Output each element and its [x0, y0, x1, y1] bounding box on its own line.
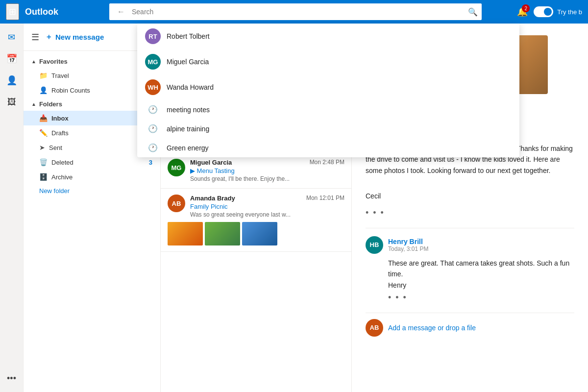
reply-section: HB Henry Brill Today, 3:01 PM These are …	[366, 228, 574, 305]
search-input[interactable]	[132, 8, 465, 16]
try-beta-label: Try the b	[557, 8, 582, 16]
plus-icon: ＋	[45, 32, 52, 42]
deleted-label: Deleted	[51, 159, 74, 166]
new-folder-button[interactable]: New folder	[24, 184, 77, 197]
reply-body-text: These are great. That camera takes great…	[388, 258, 574, 280]
email-meta-amanda: Amanda Brady Family Picnic Was so great …	[190, 195, 297, 218]
drafts-label: Drafts	[51, 129, 69, 137]
email-sender-amanda: Amanda Brady	[190, 195, 297, 202]
email-header-miguel: MG Miguel Garcia ▶ Menu Tasting Sounds g…	[168, 159, 344, 182]
app-title: Outlook	[25, 7, 103, 17]
search-suggestion-miguel[interactable]: MG Miguel Garcia	[137, 49, 519, 74]
email-item-miguel[interactable]: MG Miguel Garcia ▶ Menu Tasting Sounds g…	[161, 153, 351, 189]
sidebar-item-archive[interactable]: 🗄️ Archive	[24, 170, 160, 184]
search-submit-button[interactable]: 🔍	[468, 7, 478, 17]
avatar-amanda: AB	[168, 195, 185, 212]
ellipsis-button[interactable]: • • •	[366, 206, 385, 220]
topbar: ⊞ Outlook ← 🔍 🔔 2 Try the b	[0, 0, 588, 24]
search-recent-green-energy[interactable]: 🕐 Green energy	[137, 138, 519, 157]
person-icon-robin: 👤	[39, 86, 48, 94]
search-dropdown: RT Robert Tolbert MG Miguel Garcia WH Wa…	[137, 24, 519, 157]
sent-label: Sent	[49, 144, 62, 151]
recent-label-alpine-training: alpine training	[167, 125, 209, 133]
email-preview-miguel: Sounds great, I'll be there. Enjoy the..…	[190, 175, 301, 182]
topbar-right: 🔔 2 Try the b	[517, 6, 582, 17]
reply-header: HB Henry Brill Today, 3:01 PM	[366, 236, 574, 254]
reply-time: Today, 3:01 PM	[388, 245, 429, 252]
calendar-rail-button[interactable]: 📅	[2, 49, 22, 69]
recent-label-green-energy: Green energy	[167, 144, 209, 152]
reply-ellipsis-button[interactable]: • • •	[388, 291, 407, 305]
compose-input[interactable]: Add a message or drop a file	[388, 324, 476, 332]
reply-sender-name: Henry Brill	[388, 238, 429, 245]
search-suggestion-robert[interactable]: RT Robert Tolbert	[137, 24, 519, 49]
search-suggestion-wanda[interactable]: WH Wanda Howard	[137, 74, 519, 100]
icon-rail: ✉ 📅 👤 🖼 •••	[0, 24, 24, 392]
archive-label: Archive	[51, 173, 73, 181]
hamburger-button[interactable]: ☰	[31, 32, 39, 43]
email-subject-amanda: Family Picnic	[190, 203, 297, 210]
clock-icon-1: 🕐	[145, 105, 161, 114]
search-bar[interactable]: ← 🔍	[109, 3, 482, 20]
reply-sig: Henry	[388, 280, 574, 291]
photos-rail-button[interactable]: 🖼	[2, 92, 22, 112]
recent-label-meeting-notes: meeting notes	[167, 106, 210, 114]
notification-badge: 2	[522, 4, 530, 12]
folders-label: Folders	[39, 100, 62, 108]
email-header-amanda: AB Amanda Brady Family Picnic Was so gre…	[168, 195, 344, 218]
search-container: ← 🔍	[109, 3, 482, 20]
more-rail-button[interactable]: •••	[2, 368, 22, 388]
favorites-label: Favorites	[39, 58, 68, 65]
email-preview-amanda: Was so great seeing everyone last w...	[190, 211, 297, 218]
avatar-wanda: WH	[145, 79, 161, 95]
try-beta-toggle-wrap: Try the b	[534, 6, 582, 17]
amanda-thumb-1	[168, 222, 203, 245]
email-sender-miguel: Miguel Garcia	[190, 159, 301, 166]
compose-row: AB Add a message or drop a file	[366, 313, 574, 337]
drafts-icon: ✏️	[39, 129, 48, 137]
email-time-miguel: Mon 2:48 PM	[310, 159, 344, 166]
try-beta-toggle[interactable]	[534, 6, 553, 17]
avatar-miguel-list: MG	[168, 159, 185, 176]
email-item-amanda[interactable]: AB Amanda Brady Family Picnic Was so gre…	[161, 189, 351, 252]
search-back-button[interactable]: ←	[113, 5, 129, 18]
clock-icon-3: 🕐	[145, 143, 161, 152]
email-meta-miguel: Miguel Garcia ▶ Menu Tasting Sounds grea…	[190, 159, 301, 182]
mail-rail-button[interactable]: ✉	[2, 27, 22, 47]
new-message-label: New message	[55, 33, 104, 41]
people-rail-button[interactable]: 👤	[2, 71, 22, 90]
suggestion-label-robert: Robert Tolbert	[167, 32, 210, 40]
archive-icon: 🗄️	[39, 173, 48, 181]
email-subject-miguel: ▶ Menu Tasting	[190, 167, 301, 174]
chevron-favorites: ▲	[31, 59, 36, 64]
amanda-thumb-3	[242, 222, 277, 245]
email-time-amanda: Mon 12:01 PM	[306, 195, 344, 201]
avatar-henry-reply: HB	[366, 236, 383, 254]
reply-name-wrap: Henry Brill Today, 3:01 PM	[388, 238, 429, 252]
folder-icon-travel: 📁	[39, 72, 48, 79]
sent-icon: ➤	[39, 144, 45, 151]
notification-button[interactable]: 🔔 2	[517, 6, 528, 17]
clock-icon-2: 🕐	[145, 124, 161, 133]
robin-label: Robin Counts	[51, 87, 90, 94]
email-signature: Cecil	[366, 191, 574, 201]
avatar-miguel: MG	[145, 54, 161, 70]
suggestion-label-miguel: Miguel Garcia	[167, 58, 209, 66]
search-recent-alpine-training[interactable]: 🕐 alpine training	[137, 119, 519, 138]
amanda-thumb-2	[205, 222, 240, 245]
compose-avatar: AB	[366, 319, 383, 337]
deleted-icon: 🗑️	[39, 158, 48, 166]
grid-icon[interactable]: ⊞	[6, 3, 19, 20]
email-thumbs-amanda	[168, 222, 344, 245]
avatar-robert: RT	[145, 28, 161, 44]
travel-label: Travel	[51, 72, 69, 79]
reply-body: These are great. That camera takes great…	[388, 258, 574, 291]
new-message-button[interactable]: ＋ New message	[43, 29, 106, 45]
deleted-badge: 3	[149, 159, 152, 166]
chevron-folders: ▲	[31, 101, 36, 107]
suggestion-label-wanda: Wanda Howard	[167, 83, 214, 91]
search-recent-meeting-notes[interactable]: 🕐 meeting notes	[137, 100, 519, 119]
inbox-icon: 📥	[39, 114, 48, 122]
inbox-label: Inbox	[51, 115, 69, 122]
